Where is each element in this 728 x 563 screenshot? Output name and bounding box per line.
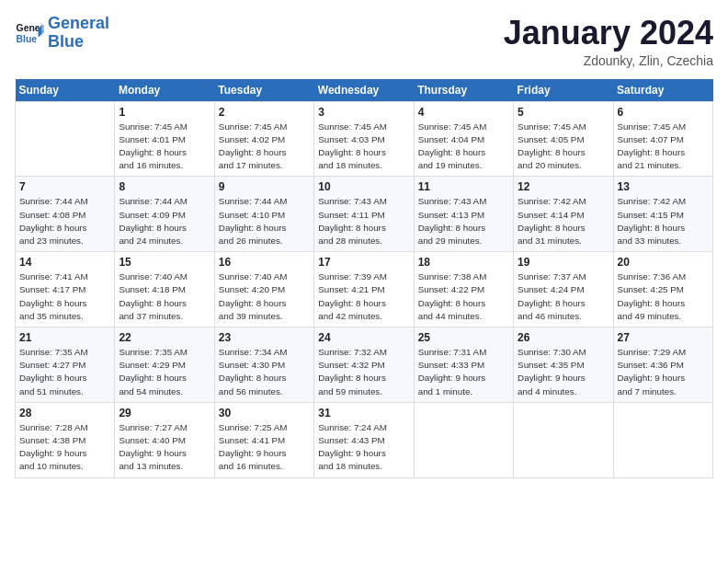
day-cell: 13Sunrise: 7:42 AM Sunset: 4:15 PM Dayli… bbox=[613, 177, 712, 252]
day-cell: 10Sunrise: 7:43 AM Sunset: 4:11 PM Dayli… bbox=[314, 177, 414, 252]
day-info: Sunrise: 7:43 AM Sunset: 4:11 PM Dayligh… bbox=[318, 195, 409, 247]
day-info: Sunrise: 7:34 AM Sunset: 4:30 PM Dayligh… bbox=[219, 346, 310, 398]
day-info: Sunrise: 7:44 AM Sunset: 4:10 PM Dayligh… bbox=[219, 195, 310, 247]
day-cell: 20Sunrise: 7:36 AM Sunset: 4:25 PM Dayli… bbox=[613, 252, 712, 327]
day-number: 14 bbox=[19, 256, 110, 269]
location: Zdounky, Zlin, Czechia bbox=[504, 53, 713, 68]
day-number: 29 bbox=[119, 407, 210, 419]
day-cell: 30Sunrise: 7:25 AM Sunset: 4:41 PM Dayli… bbox=[214, 402, 313, 477]
col-wednesday: Wednesday bbox=[314, 79, 414, 102]
day-info: Sunrise: 7:30 AM Sunset: 4:35 PM Dayligh… bbox=[518, 346, 609, 398]
day-cell: 8Sunrise: 7:44 AM Sunset: 4:09 PM Daylig… bbox=[115, 177, 214, 252]
day-info: Sunrise: 7:40 AM Sunset: 4:18 PM Dayligh… bbox=[119, 270, 210, 323]
day-number: 4 bbox=[418, 106, 509, 119]
day-info: Sunrise: 7:25 AM Sunset: 4:41 PM Dayligh… bbox=[219, 421, 310, 474]
day-cell: 31Sunrise: 7:24 AM Sunset: 4:43 PM Dayli… bbox=[314, 402, 414, 477]
day-cell: 23Sunrise: 7:34 AM Sunset: 4:30 PM Dayli… bbox=[214, 327, 313, 403]
week-row-2: 14Sunrise: 7:41 AM Sunset: 4:17 PM Dayli… bbox=[16, 252, 713, 327]
day-info: Sunrise: 7:45 AM Sunset: 4:01 PM Dayligh… bbox=[119, 121, 210, 173]
day-cell bbox=[16, 101, 115, 177]
col-saturday: Saturday bbox=[613, 79, 712, 102]
day-info: Sunrise: 7:36 AM Sunset: 4:25 PM Dayligh… bbox=[618, 270, 709, 323]
week-row-4: 28Sunrise: 7:28 AM Sunset: 4:38 PM Dayli… bbox=[16, 402, 713, 477]
calendar-body: 1Sunrise: 7:45 AM Sunset: 4:01 PM Daylig… bbox=[16, 101, 713, 477]
logo-line1: General bbox=[48, 14, 109, 32]
title-block: January 2024 Zdounky, Zlin, Czechia bbox=[504, 15, 713, 68]
day-info: Sunrise: 7:45 AM Sunset: 4:03 PM Dayligh… bbox=[318, 121, 409, 173]
day-info: Sunrise: 7:42 AM Sunset: 4:14 PM Dayligh… bbox=[518, 195, 609, 247]
day-number: 2 bbox=[219, 106, 310, 119]
day-info: Sunrise: 7:45 AM Sunset: 4:07 PM Dayligh… bbox=[618, 121, 709, 173]
day-cell bbox=[514, 402, 613, 477]
day-cell: 26Sunrise: 7:30 AM Sunset: 4:35 PM Dayli… bbox=[514, 327, 613, 403]
day-number: 21 bbox=[19, 331, 110, 344]
day-info: Sunrise: 7:38 AM Sunset: 4:22 PM Dayligh… bbox=[418, 270, 509, 323]
day-number: 31 bbox=[318, 407, 409, 419]
svg-text:Blue: Blue bbox=[17, 33, 38, 43]
day-number: 5 bbox=[518, 106, 609, 119]
logo: General Blue General Blue bbox=[15, 15, 109, 52]
day-number: 27 bbox=[618, 331, 709, 344]
day-number: 20 bbox=[618, 256, 709, 269]
day-info: Sunrise: 7:41 AM Sunset: 4:17 PM Dayligh… bbox=[19, 270, 110, 323]
week-row-0: 1Sunrise: 7:45 AM Sunset: 4:01 PM Daylig… bbox=[16, 101, 713, 177]
col-thursday: Thursday bbox=[414, 79, 513, 102]
day-number: 11 bbox=[418, 180, 509, 193]
day-number: 3 bbox=[318, 106, 409, 119]
day-cell bbox=[613, 402, 712, 477]
day-number: 30 bbox=[219, 407, 310, 419]
day-info: Sunrise: 7:28 AM Sunset: 4:38 PM Dayligh… bbox=[19, 421, 110, 474]
day-info: Sunrise: 7:45 AM Sunset: 4:02 PM Dayligh… bbox=[219, 121, 310, 173]
day-number: 6 bbox=[618, 106, 709, 119]
col-sunday: Sunday bbox=[16, 79, 115, 102]
day-cell: 19Sunrise: 7:37 AM Sunset: 4:24 PM Dayli… bbox=[514, 252, 613, 327]
day-cell: 24Sunrise: 7:32 AM Sunset: 4:32 PM Dayli… bbox=[314, 327, 414, 403]
col-monday: Monday bbox=[115, 79, 214, 102]
month-title: January 2024 bbox=[504, 15, 713, 52]
day-number: 9 bbox=[219, 180, 310, 193]
day-cell: 28Sunrise: 7:28 AM Sunset: 4:38 PM Dayli… bbox=[16, 402, 115, 477]
logo-line2: Blue bbox=[48, 32, 84, 51]
col-tuesday: Tuesday bbox=[214, 79, 313, 102]
day-info: Sunrise: 7:39 AM Sunset: 4:21 PM Dayligh… bbox=[318, 270, 409, 323]
day-info: Sunrise: 7:43 AM Sunset: 4:13 PM Dayligh… bbox=[418, 195, 509, 247]
day-number: 19 bbox=[518, 256, 609, 269]
day-info: Sunrise: 7:40 AM Sunset: 4:20 PM Dayligh… bbox=[219, 270, 310, 323]
day-number: 7 bbox=[19, 180, 110, 193]
day-info: Sunrise: 7:27 AM Sunset: 4:40 PM Dayligh… bbox=[119, 421, 210, 474]
day-cell: 15Sunrise: 7:40 AM Sunset: 4:18 PM Dayli… bbox=[115, 252, 214, 327]
day-cell: 18Sunrise: 7:38 AM Sunset: 4:22 PM Dayli… bbox=[414, 252, 513, 327]
day-cell: 5Sunrise: 7:45 AM Sunset: 4:05 PM Daylig… bbox=[514, 101, 613, 177]
day-cell: 16Sunrise: 7:40 AM Sunset: 4:20 PM Dayli… bbox=[214, 252, 313, 327]
day-number: 28 bbox=[19, 407, 110, 419]
day-cell bbox=[414, 402, 513, 477]
week-row-3: 21Sunrise: 7:35 AM Sunset: 4:27 PM Dayli… bbox=[16, 327, 713, 403]
day-number: 24 bbox=[318, 331, 409, 344]
day-info: Sunrise: 7:45 AM Sunset: 4:04 PM Dayligh… bbox=[418, 121, 509, 173]
day-number: 17 bbox=[318, 256, 409, 269]
day-cell: 7Sunrise: 7:44 AM Sunset: 4:08 PM Daylig… bbox=[16, 177, 115, 252]
day-info: Sunrise: 7:29 AM Sunset: 4:36 PM Dayligh… bbox=[618, 346, 709, 398]
calendar-table: Sunday Monday Tuesday Wednesday Thursday… bbox=[15, 79, 713, 478]
day-number: 8 bbox=[119, 180, 210, 193]
day-cell: 4Sunrise: 7:45 AM Sunset: 4:04 PM Daylig… bbox=[414, 101, 513, 177]
day-number: 15 bbox=[119, 256, 210, 269]
day-info: Sunrise: 7:44 AM Sunset: 4:08 PM Dayligh… bbox=[19, 195, 110, 247]
day-cell: 27Sunrise: 7:29 AM Sunset: 4:36 PM Dayli… bbox=[613, 327, 712, 403]
day-info: Sunrise: 7:37 AM Sunset: 4:24 PM Dayligh… bbox=[518, 270, 609, 323]
day-number: 10 bbox=[318, 180, 409, 193]
day-cell: 9Sunrise: 7:44 AM Sunset: 4:10 PM Daylig… bbox=[214, 177, 313, 252]
header: General Blue General Blue January 2024 Z… bbox=[15, 15, 713, 68]
day-info: Sunrise: 7:45 AM Sunset: 4:05 PM Dayligh… bbox=[518, 121, 609, 173]
day-number: 12 bbox=[518, 180, 609, 193]
day-info: Sunrise: 7:31 AM Sunset: 4:33 PM Dayligh… bbox=[418, 346, 509, 398]
day-cell: 1Sunrise: 7:45 AM Sunset: 4:01 PM Daylig… bbox=[115, 101, 214, 177]
day-cell: 11Sunrise: 7:43 AM Sunset: 4:13 PM Dayli… bbox=[414, 177, 513, 252]
day-info: Sunrise: 7:35 AM Sunset: 4:29 PM Dayligh… bbox=[119, 346, 210, 398]
day-cell: 25Sunrise: 7:31 AM Sunset: 4:33 PM Dayli… bbox=[414, 327, 513, 403]
logo-name: General Blue bbox=[48, 15, 109, 52]
day-number: 22 bbox=[119, 331, 210, 344]
day-cell: 2Sunrise: 7:45 AM Sunset: 4:02 PM Daylig… bbox=[214, 101, 313, 177]
day-cell: 3Sunrise: 7:45 AM Sunset: 4:03 PM Daylig… bbox=[314, 101, 414, 177]
logo-icon: General Blue bbox=[15, 18, 44, 48]
